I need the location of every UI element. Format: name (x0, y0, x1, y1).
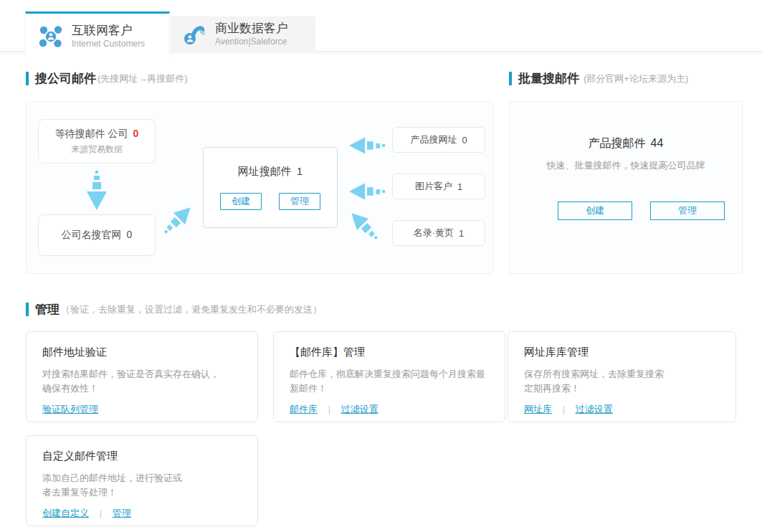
product-url-count: 0 (462, 135, 467, 146)
section-title: 管理 (35, 301, 59, 318)
create-custom-link[interactable]: 创建自定义 (42, 508, 89, 518)
tab-internet-customers[interactable]: 互联网客户 Internet Customers (25, 11, 170, 59)
flow-arrow-up-right-icon (158, 200, 199, 241)
section-title: 批量搜邮件 (518, 70, 579, 87)
network-nodes-icon (37, 24, 65, 49)
url-library-link[interactable]: 网址库 (524, 404, 552, 414)
card-description: 添加自己的邮件地址，进行验证或 者去重复等处理！ (42, 471, 242, 500)
filter-settings-link[interactable]: 过滤设置 (341, 404, 378, 414)
card-title: 邮件地址验证 (42, 346, 242, 359)
link-separator: | (100, 508, 102, 518)
flow-arrow-left-icon (349, 135, 385, 156)
section-hint: （验证，去除重复，设置过滤，避免重复发生和不必要的发送） (61, 303, 322, 316)
section-header-manage: 管理 （验证，去除重复，设置过滤，避免重复发生和不必要的发送） (26, 301, 322, 318)
batch-subtitle: 快速、批量搜邮件，快速提高公司品牌 (510, 159, 742, 172)
filter-settings-link[interactable]: 过滤设置 (576, 404, 613, 414)
directory-yellowpages-box: 名录·黄页1 (392, 220, 485, 246)
card-description: 对搜索结果邮件，验证是否真实存在确认， 确保有效性！ (42, 367, 242, 396)
card-description: 邮件仓库，彻底解决重复搜索问题每个月搜索最 新邮件！ (290, 367, 489, 396)
company-name-search-label: 公司名搜官网0 (62, 229, 133, 242)
key-user-icon (182, 22, 208, 47)
batch-create-button[interactable]: 创建 (558, 201, 632, 220)
section-hint: (部分官网+论坛来源为主) (584, 72, 688, 85)
tab-subtitle: Avention|Saleforce (215, 37, 288, 47)
url-search-email-label: 网址搜邮件1 (238, 165, 303, 179)
product-search-url-box: 产品搜网址0 (392, 127, 485, 153)
product-search-email-title: 产品搜邮件44 (510, 136, 742, 151)
card-email-library: 【邮件库】管理 邮件仓库，彻底解决重复搜索问题每个月搜索最 新邮件！ 邮件库 |… (273, 331, 505, 422)
link-separator: | (328, 404, 330, 414)
search-flow-panel: 等待搜邮件 公司0 来源贸易数据 公司名搜官网0 网址搜邮件1 (26, 101, 493, 274)
tab-subtitle: Internet Customers (72, 39, 145, 49)
email-library-link[interactable]: 邮件库 (290, 404, 318, 414)
section-title: 搜公司邮件 (35, 70, 96, 87)
accent-bar (26, 72, 29, 85)
card-title: 自定义邮件管理 (42, 450, 242, 463)
batch-search-panel: 产品搜邮件44 快速、批量搜邮件，快速提高公司品牌 创建 管理 (509, 101, 743, 274)
accent-bar (26, 303, 29, 316)
flow-arrow-down-icon (85, 171, 108, 214)
flow-arrow-up-left-icon (344, 206, 385, 247)
image-customers-box: 图片客户1 (392, 174, 485, 199)
section-header-search-company: 搜公司邮件 (先搜网址→再搜邮件) (26, 70, 188, 87)
tab-title: 商业数据客户 (215, 21, 288, 36)
tab-bar: 互联网客户 Internet Customers 商业数据客户 Avention… (0, 0, 762, 52)
product-email-count: 44 (651, 137, 664, 149)
card-custom-email: 自定义邮件管理 添加自己的邮件地址，进行验证或 者去重复等处理！ 创建自定义 |… (26, 435, 258, 526)
flow-manage-button[interactable]: 管理 (279, 193, 320, 210)
section-hint: (先搜网址→再搜邮件) (97, 72, 188, 85)
app-window: 互联网客户 Internet Customers 商业数据客户 Avention… (0, 0, 762, 532)
company-count: 0 (127, 229, 133, 240)
verify-queue-link[interactable]: 验证队列管理 (42, 404, 98, 414)
section-header-batch-search: 批量搜邮件 (部分官网+论坛来源为主) (509, 70, 688, 87)
waiting-companies-label: 等待搜邮件 公司0 (55, 128, 139, 141)
card-email-verification: 邮件地址验证 对搜索结果邮件，验证是否真实存在确认， 确保有效性！ 验证队列管理 (26, 331, 258, 422)
card-title: 网址库库管理 (524, 346, 720, 359)
image-customers-count: 1 (457, 181, 462, 192)
batch-manage-button[interactable]: 管理 (650, 201, 725, 220)
waiting-count: 0 (133, 128, 139, 139)
directory-count: 1 (459, 228, 464, 239)
manage-link[interactable]: 管理 (113, 508, 131, 518)
accent-bar (509, 72, 512, 85)
card-url-library: 网址库库管理 保存所有搜索网址，去除重复搜索 定期再搜索！ 网址库 | 过滤设置 (508, 331, 736, 422)
tab-business-data[interactable]: 商业数据客户 Avention|Saleforce (171, 16, 315, 52)
url-search-count: 1 (297, 165, 303, 177)
url-search-email-box: 网址搜邮件1 创建 管理 (203, 147, 338, 228)
waiting-source-label: 来源贸易数据 (71, 143, 123, 156)
card-title: 【邮件库】管理 (290, 346, 489, 359)
company-name-search-box: 公司名搜官网0 (38, 214, 156, 256)
tab-title: 互联网客户 (72, 23, 145, 38)
card-description: 保存所有搜索网址，去除重复搜索 定期再搜索！ (524, 367, 720, 396)
flow-arrow-left-icon (349, 181, 385, 202)
link-separator: | (563, 404, 565, 414)
flow-create-button[interactable]: 创建 (220, 193, 262, 210)
waiting-companies-box: 等待搜邮件 公司0 来源贸易数据 (38, 119, 156, 163)
